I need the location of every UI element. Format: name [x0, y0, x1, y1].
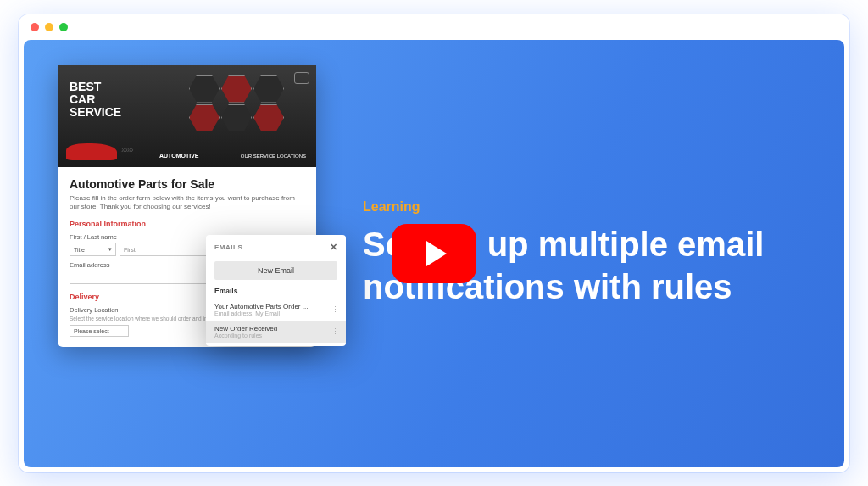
- email-item[interactable]: Your Automotive Parts Order ... Email ad…: [206, 299, 346, 321]
- form-preview-panel: BEST CAR SERVICE »»» AUTOMOTIVE OUR SERV…: [24, 40, 320, 467]
- video-category: Learning: [363, 199, 844, 215]
- more-icon[interactable]: ⋮: [331, 327, 339, 336]
- more-icon[interactable]: ⋮: [331, 305, 339, 314]
- minimize-window-icon[interactable]: [45, 23, 53, 31]
- form-description: Please fill in the order form below with…: [70, 194, 304, 212]
- first-name-input[interactable]: First: [120, 243, 210, 256]
- browser-window: BEST CAR SERVICE »»» AUTOMOTIVE OUR SERV…: [19, 14, 849, 472]
- car-illustration: [66, 143, 117, 160]
- new-email-button[interactable]: New Email: [214, 261, 337, 280]
- arrows-icon: »»»: [121, 145, 133, 154]
- banner-title: BEST CAR SERVICE: [70, 81, 121, 120]
- emails-section-label: Emails: [206, 287, 346, 299]
- browser-titlebar: [19, 14, 849, 40]
- form-banner: BEST CAR SERVICE »»» AUTOMOTIVE OUR SERV…: [58, 65, 316, 167]
- play-button[interactable]: [392, 224, 476, 283]
- email-item[interactable]: New Order Received According to rules ⋮: [206, 321, 346, 343]
- chevron-down-icon: ▾: [108, 246, 112, 253]
- hex-grid: [189, 75, 308, 131]
- video-thumbnail[interactable]: BEST CAR SERVICE »»» AUTOMOTIVE OUR SERV…: [24, 40, 844, 467]
- automotive-label: AUTOMOTIVE: [159, 153, 199, 159]
- play-icon: [426, 241, 447, 266]
- locations-label: OUR SERVICE LOCATIONS: [241, 154, 306, 159]
- close-icon[interactable]: ✕: [330, 242, 338, 253]
- form-title: Automotive Parts for Sale: [70, 177, 304, 191]
- emails-panel-title: EMAILS: [214, 243, 242, 251]
- location-select[interactable]: Please select: [70, 325, 129, 337]
- close-window-icon[interactable]: [31, 23, 39, 31]
- emails-popup: EMAILS ✕ New Email Emails Your Automotiv…: [206, 235, 346, 346]
- maximize-window-icon[interactable]: [59, 23, 68, 31]
- personal-info-section: Personal Information: [70, 220, 304, 228]
- form-card: BEST CAR SERVICE »»» AUTOMOTIVE OUR SERV…: [58, 65, 316, 348]
- title-select[interactable]: Title▾: [70, 243, 116, 256]
